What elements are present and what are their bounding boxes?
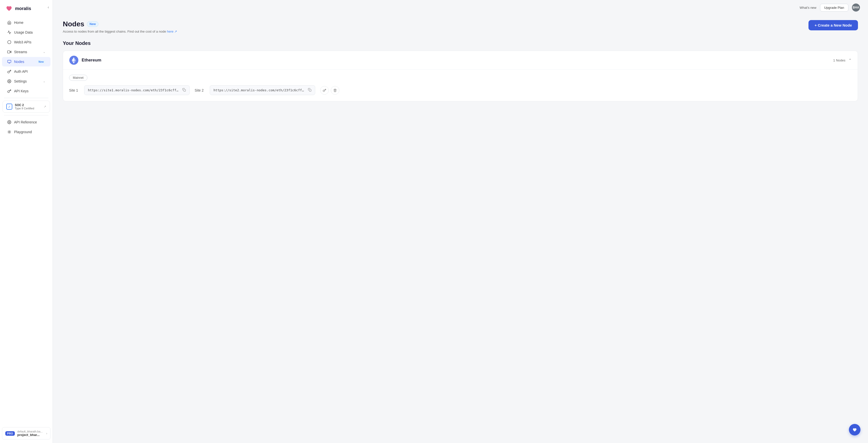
- pro-badge: PRO: [5, 431, 15, 436]
- sidebar-item-home[interactable]: Home: [2, 18, 51, 27]
- page-subtitle: Access to nodes from all the biggest cha…: [63, 30, 177, 33]
- sidebar-item-nodes[interactable]: Nodes New: [2, 57, 51, 66]
- create-new-node-button[interactable]: + Create a New Node: [808, 20, 858, 30]
- soc-external-link-icon: ↗: [44, 105, 46, 108]
- site1-label: Site 1: [69, 88, 79, 92]
- logo-area: moralis ‹: [0, 0, 53, 16]
- sidebar-item-label-web3: Web3 APIs: [14, 40, 45, 44]
- chain-name: Ethereum: [82, 58, 833, 63]
- settings-chevron-icon: ⌄: [43, 79, 45, 83]
- page-title: Nodes: [63, 20, 84, 28]
- usage-data-icon: [7, 30, 11, 35]
- sidebar-nav: Home Usage Data Web3 APIs Streams ⌄: [0, 16, 53, 425]
- sidebar-divider-2: [4, 115, 49, 115]
- nodes-card-header: Ethereum 1 Nodes ⌃: [63, 51, 858, 70]
- sidebar-item-api-reference[interactable]: API Reference: [2, 117, 51, 127]
- node-key-button[interactable]: [320, 86, 329, 95]
- sidebar-item-label-apikeys: API Keys: [14, 89, 45, 93]
- upgrade-plan-button[interactable]: Upgrade Plan: [820, 4, 849, 11]
- streams-icon: [7, 50, 11, 54]
- svg-rect-3: [7, 51, 10, 53]
- svg-rect-11: [184, 89, 186, 91]
- site2-label: Site 2: [195, 88, 205, 92]
- sidebar-item-auth-api[interactable]: Auth API: [2, 67, 51, 76]
- logo-text: moralis: [15, 6, 31, 11]
- svg-point-9: [9, 131, 10, 132]
- sidebar-item-label-playground: Playground: [14, 130, 45, 134]
- nodes-icon: [7, 60, 11, 64]
- sidebar-item-web3-apis[interactable]: Web3 APIs: [2, 37, 51, 47]
- whats-new-button[interactable]: What's new: [800, 6, 816, 9]
- nodes-count: 1 Nodes: [833, 59, 845, 62]
- svg-marker-2: [10, 51, 11, 53]
- sidebar-item-label-nodes: Nodes: [14, 60, 34, 64]
- account-project: project_bhar...: [17, 433, 44, 437]
- page-header: Nodes New Access to nodes from all the b…: [63, 20, 858, 33]
- site2-url-text: https://site2.moralis-nodes.com/eth/23f1…: [214, 88, 305, 92]
- api-keys-icon: [7, 89, 11, 93]
- sidebar: moralis ‹ Home Usage Data Web3 APIs: [0, 0, 53, 443]
- soc-card[interactable]: ✓ SOC 2 Type II Certified ↗: [2, 101, 50, 113]
- site1-url-text: https://site1.moralis-nodes.com/eth/23f1…: [88, 88, 180, 92]
- node-delete-button[interactable]: [331, 86, 339, 95]
- svg-rect-12: [309, 89, 311, 91]
- moralis-logo-icon: [5, 4, 13, 12]
- sidebar-item-label-streams: Streams: [14, 50, 40, 54]
- sidebar-item-label-api-reference: API Reference: [14, 120, 45, 124]
- node-actions: [320, 86, 339, 95]
- soc-title: SOC 2: [15, 103, 41, 107]
- page-content: Nodes New Access to nodes from all the b…: [53, 15, 868, 443]
- account-arrow-icon: ›: [46, 432, 47, 435]
- page-new-badge: New: [87, 21, 99, 27]
- page-subtitle-link[interactable]: here ↗: [167, 30, 177, 33]
- svg-point-7: [9, 81, 10, 82]
- mainnet-badge: Mainnet: [69, 75, 87, 81]
- chain-collapse-button[interactable]: ⌃: [848, 58, 852, 63]
- streams-chevron-icon: ⌄: [43, 50, 45, 54]
- page-title-row: Nodes New: [63, 20, 177, 28]
- sidebar-item-api-keys[interactable]: API Keys: [2, 86, 51, 96]
- sidebar-item-label-home: Home: [14, 21, 45, 25]
- site1-copy-button[interactable]: [182, 88, 186, 92]
- site2-url-field: https://site2.moralis-nodes.com/eth/23f1…: [210, 85, 315, 95]
- svg-rect-4: [7, 60, 11, 63]
- main-content: What's new Upgrade Plan BHA Nodes New Ac…: [53, 0, 868, 443]
- soc-subtitle: Type II Certified: [15, 107, 41, 110]
- sidebar-bottom: PRO default_bharath.ba... project_bhar..…: [0, 425, 53, 443]
- soc-text: SOC 2 Type II Certified: [15, 103, 41, 110]
- user-avatar[interactable]: BHA: [852, 3, 860, 11]
- your-nodes-title: Your Nodes: [63, 40, 858, 46]
- nodes-card: Ethereum 1 Nodes ⌃ Mainnet Site 1 https:…: [63, 51, 858, 101]
- account-item[interactable]: PRO default_bharath.ba... project_bhar..…: [2, 427, 51, 440]
- svg-point-1: [7, 40, 11, 44]
- page-title-area: Nodes New Access to nodes from all the b…: [63, 20, 177, 33]
- web3-apis-icon: [7, 40, 11, 44]
- mainnet-section: Mainnet Site 1 https://site1.moralis-nod…: [63, 70, 858, 101]
- playground-icon: [7, 130, 11, 134]
- nodes-new-badge: New: [37, 60, 45, 64]
- svg-point-8: [9, 122, 10, 123]
- sidebar-item-playground[interactable]: Playground: [2, 127, 51, 137]
- sidebar-item-streams[interactable]: Streams ⌄: [2, 47, 51, 57]
- topbar: What's new Upgrade Plan BHA: [53, 0, 868, 15]
- account-name: default_bharath.ba...: [17, 430, 44, 433]
- moralis-fab[interactable]: [849, 424, 861, 436]
- soc-check-icon: ✓: [6, 104, 12, 110]
- sidebar-item-label-usage: Usage Data: [14, 30, 45, 34]
- account-info: default_bharath.ba... project_bhar...: [17, 430, 44, 437]
- ethereum-logo: [69, 56, 79, 65]
- page-subtitle-text: Access to nodes from all the biggest cha…: [63, 30, 166, 33]
- sidebar-item-usage-data[interactable]: Usage Data: [2, 28, 51, 37]
- nodes-row: Site 1 https://site1.moralis-nodes.com/e…: [69, 85, 852, 95]
- sidebar-item-label-settings: Settings: [14, 79, 40, 83]
- home-icon: [7, 20, 11, 25]
- settings-icon: [7, 79, 11, 83]
- api-reference-icon: [7, 120, 11, 125]
- site1-url-field: https://site1.moralis-nodes.com/eth/23f1…: [84, 85, 190, 95]
- auth-api-icon: [7, 69, 11, 74]
- sidebar-item-label-auth: Auth API: [14, 69, 45, 73]
- sidebar-item-settings[interactable]: Settings ⌄: [2, 76, 51, 86]
- sidebar-collapse-button[interactable]: ‹: [48, 5, 49, 9]
- site2-copy-button[interactable]: [308, 88, 311, 92]
